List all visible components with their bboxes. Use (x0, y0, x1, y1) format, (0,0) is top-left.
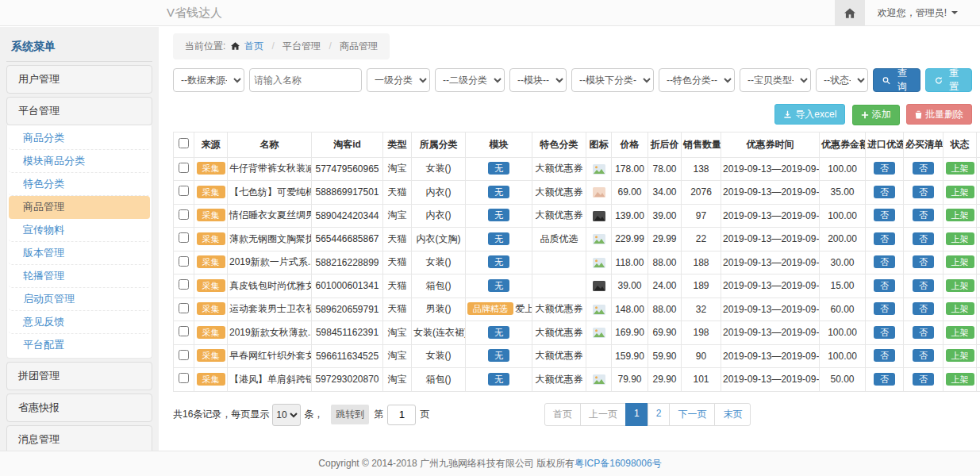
sidebar-subitem[interactable]: 模块商品分类 (9, 150, 150, 173)
must-buy-badge[interactable]: 否 (913, 349, 934, 362)
module-badge: 无 (488, 232, 509, 245)
module-badge: 无 (488, 373, 509, 386)
row-checkbox[interactable] (179, 163, 189, 173)
status-badge[interactable]: 上架 (946, 279, 974, 292)
level1-category-select[interactable]: 一级分类 (367, 68, 430, 92)
module-select[interactable]: --模块-- (509, 68, 567, 92)
sidebar-subitem[interactable]: 特色分类 (9, 173, 150, 196)
status-badge[interactable]: 上架 (946, 186, 974, 198)
row-checkbox[interactable] (179, 209, 189, 220)
status-cell: 上架 (943, 298, 977, 321)
row-checkbox[interactable] (179, 303, 189, 313)
imported-badge[interactable]: 否 (874, 349, 895, 362)
import-excel-button[interactable]: 导入excel (774, 104, 845, 125)
page-button[interactable]: 2 (648, 403, 671, 426)
source-badge: 采集 (197, 349, 225, 362)
status-badge[interactable]: 上架 (946, 326, 974, 339)
source-select[interactable]: --数据来源-- (173, 68, 244, 92)
breadcrumb-home-link[interactable]: 首页 (244, 40, 263, 52)
category-cell: 箱包() (412, 274, 466, 298)
source-cell: 采集 (194, 204, 228, 228)
imported-badge[interactable]: 否 (874, 326, 895, 339)
page-size-select[interactable]: 10 (272, 404, 301, 426)
sidebar-subitem[interactable]: 版本管理 (9, 242, 150, 265)
sidebar-subitem[interactable]: 商品分类 (9, 127, 150, 150)
must-buy-badge[interactable]: 否 (913, 302, 934, 315)
feature-select[interactable]: --特色分类-- (659, 68, 735, 92)
jump-page-input[interactable] (387, 405, 416, 425)
sidebar-item-1[interactable]: 平台管理 (6, 97, 152, 125)
status-badge[interactable]: 上架 (946, 162, 974, 175)
page-button[interactable]: 1 (625, 403, 648, 426)
module-sub-select[interactable]: --模块下分类-- (571, 68, 654, 92)
imported-badge[interactable]: 否 (874, 279, 895, 292)
row-checkbox[interactable] (179, 256, 189, 267)
home-icon (231, 42, 240, 50)
column-header: 必买清单 (904, 132, 943, 157)
imported-badge[interactable]: 否 (874, 255, 895, 268)
name-input[interactable] (249, 68, 362, 92)
name-cell: 【七色纺】可爱纯棉家... (228, 181, 312, 205)
search-button[interactable]: 查询 (873, 68, 920, 92)
user-menu[interactable]: 欢迎您，管理员! (865, 0, 980, 25)
row-checkbox[interactable] (179, 186, 189, 196)
item-type-select[interactable]: --宝贝类型-- (740, 68, 811, 92)
sales-cell: 2076 (682, 181, 721, 205)
must-buy-badge[interactable]: 否 (913, 209, 934, 221)
sidebar-subitem[interactable]: 宣传物料 (9, 219, 150, 242)
sidebar-item-2[interactable]: 拼团管理 (6, 362, 152, 390)
page-button[interactable]: 末页 (714, 403, 751, 426)
must-buy-badge[interactable]: 否 (913, 326, 934, 339)
sales-cell: 138 (682, 157, 721, 181)
must-buy-badge[interactable]: 否 (913, 232, 934, 245)
product-image (593, 374, 605, 385)
row-checkbox[interactable] (179, 232, 189, 243)
status-badge[interactable]: 上架 (946, 209, 974, 221)
status-badge[interactable]: 上架 (946, 373, 974, 386)
category-cell: 女装() (412, 157, 466, 181)
page-button[interactable]: 下一页 (669, 403, 715, 426)
must-buy-badge[interactable]: 否 (913, 186, 934, 198)
row-checkbox[interactable] (179, 350, 189, 360)
icp-link[interactable]: 粤ICP备16098006号 (575, 458, 661, 469)
ops-cell (977, 181, 980, 205)
imported-badge[interactable]: 否 (874, 186, 895, 198)
select-all-checkbox[interactable] (179, 138, 189, 148)
row-checkbox[interactable] (179, 279, 189, 290)
must-buy-badge[interactable]: 否 (913, 279, 934, 292)
imported-badge[interactable]: 否 (874, 232, 895, 245)
sidebar-subitem[interactable]: 商品管理 (9, 196, 150, 219)
reset-button[interactable]: 重置 (925, 68, 973, 92)
status-select[interactable]: --状态-- (816, 68, 868, 92)
status-badge[interactable]: 上架 (946, 302, 974, 315)
imported-badge[interactable]: 否 (874, 209, 895, 221)
row-checkbox[interactable] (179, 326, 189, 336)
row-checkbox[interactable] (179, 373, 189, 383)
imported-badge[interactable]: 否 (874, 302, 895, 315)
home-button[interactable] (835, 0, 865, 25)
batch-delete-button[interactable]: 批量删除 (906, 104, 972, 125)
sidebar-subitem[interactable]: 启动页管理 (9, 288, 150, 311)
imported-badge[interactable]: 否 (874, 162, 895, 175)
feature-cell: 大额优惠券 (532, 157, 586, 181)
imported-badge[interactable]: 否 (874, 373, 895, 386)
taoke-id-cell: 589042420344 (312, 204, 383, 228)
must-buy-badge[interactable]: 否 (913, 162, 934, 175)
row-select-cell (174, 228, 194, 251)
must-buy-badge[interactable]: 否 (913, 373, 934, 386)
add-button[interactable]: 添加 (852, 105, 900, 125)
status-badge[interactable]: 上架 (946, 255, 974, 268)
sidebar-item-0[interactable]: 用户管理 (6, 65, 152, 94)
icon-cell (586, 228, 612, 251)
discount-price-cell: 69.90 (648, 321, 682, 345)
sidebar-subitem[interactable]: 轮播管理 (9, 265, 150, 288)
must-buy-badge[interactable]: 否 (913, 255, 934, 268)
sidebar-subitem[interactable]: 意见反馈 (9, 311, 150, 334)
sidebar-item-4[interactable]: 消息管理 (6, 425, 152, 454)
status-badge[interactable]: 上架 (946, 349, 974, 362)
level2-category-select[interactable]: --二级分类-- (435, 68, 505, 92)
sidebar-subitem[interactable]: 平台配置 (9, 334, 150, 356)
module-badge: 无 (488, 186, 509, 198)
sidebar-item-3[interactable]: 省惠快报 (6, 393, 152, 422)
status-badge[interactable]: 上架 (946, 232, 974, 245)
